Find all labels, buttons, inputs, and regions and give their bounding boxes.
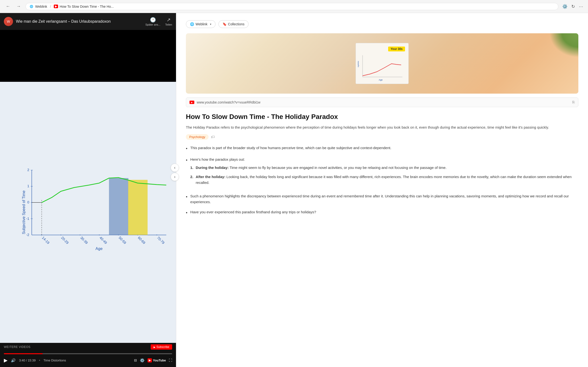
share-button[interactable]: ↗ Teilen xyxy=(165,17,172,26)
thumbnail-chart: Your 30s Speed Age xyxy=(356,43,409,84)
address-bar[interactable]: 🌐 Weblink / ▶ How To Slow Down Time - Th… xyxy=(25,3,558,10)
svg-text:Speed: Speed xyxy=(358,61,359,67)
video-time: 3:40 / 15:39 xyxy=(19,359,36,362)
svg-text:-1: -1 xyxy=(26,217,29,221)
bullet-3: Such a phenomenon highlights the discrep… xyxy=(186,193,578,205)
thumbnail-leaves xyxy=(549,33,578,58)
nav-right-arrow[interactable]: › xyxy=(171,173,179,181)
url-bar: www.youtube.com/watch?v=vuueRRdbi1w ⎘ xyxy=(186,98,578,107)
article-description: The Holiday Paradox refers to the psycho… xyxy=(186,125,578,130)
bullet-1: This paradox is part of the broader stud… xyxy=(186,145,578,152)
browser-nav-controls: ← → xyxy=(4,3,23,10)
weitere-videos-label: WEITERE VIDEOS xyxy=(4,345,30,349)
sub-item-2-body: Looking back, the holiday feels long and… xyxy=(196,175,572,184)
svg-text:Age: Age xyxy=(379,79,383,81)
chevron-down-icon: ▾ xyxy=(210,23,211,26)
fullscreen-button[interactable]: ⛶ xyxy=(169,358,172,362)
bullet-4: Have you ever experienced this paradox f… xyxy=(186,209,578,217)
svg-rect-28 xyxy=(128,180,148,235)
later-button[interactable]: 🕐 Später ans... xyxy=(145,17,160,26)
sub-item-2-num: 2. xyxy=(190,174,193,185)
nav-left-arrow[interactable]: ‹ xyxy=(171,164,179,172)
main-content: W Wie man die Zeit verlangsamt – Das Url… xyxy=(0,13,588,367)
sub-item-1-body: Time might seem to fly by because you ar… xyxy=(230,166,446,170)
later-label: Später ans... xyxy=(145,23,160,26)
svg-text:40-49: 40-49 xyxy=(99,236,108,245)
weblink-button[interactable]: 🌐 Weblink ▾ xyxy=(186,20,216,28)
subtitles-button[interactable]: ⊟ xyxy=(134,358,137,362)
bullet-1-text: This paradox is part of the broader stud… xyxy=(190,145,391,151)
chart-y-label: Subjective Speed of Time xyxy=(22,190,26,234)
svg-text:0: 0 xyxy=(27,200,29,204)
subscribe-button[interactable]: ▶ Subscribe xyxy=(151,344,172,350)
globe-icon: 🌐 xyxy=(190,22,194,26)
svg-text:2: 2 xyxy=(27,168,29,172)
article-thumbnail: Your 30s Speed Age xyxy=(186,33,578,94)
browser-action-buttons: ⚙️ ↻ ⋯ xyxy=(561,3,584,10)
refresh-icon[interactable]: ↻ xyxy=(570,3,576,10)
settings-button[interactable]: ⚙️ xyxy=(140,358,145,363)
address-separator: / xyxy=(50,5,51,8)
more-icon[interactable]: ⋯ xyxy=(578,3,584,10)
progress-bar[interactable] xyxy=(4,353,172,354)
video-player-area[interactable] xyxy=(0,30,176,82)
sub-list: 1. During the holiday: Time might seem t… xyxy=(190,165,578,185)
yt-logo-text: YouTube xyxy=(153,359,166,362)
svg-text:70-79: 70-79 xyxy=(156,236,165,245)
video-controls: WEITERE VIDEOS ▶ Subscribe ▶ 🔊 3:40 / 15… xyxy=(0,343,176,367)
chart-svg: 2 1 0 -1 -2 14-19 20-29 30-39 40-49 50-5… xyxy=(19,87,169,328)
video-panel: W Wie man die Zeit verlangsamt – Das Url… xyxy=(0,13,176,367)
svg-text:1: 1 xyxy=(27,184,29,188)
video-controls-row: ▶ 🔊 3:40 / 15:39 • Time Distortions ⊟ ⚙️… xyxy=(4,357,172,365)
psychology-tag[interactable]: Psychology xyxy=(186,134,209,140)
svg-text:Age: Age xyxy=(96,246,103,251)
tag-icon[interactable]: 🏷 xyxy=(211,135,215,139)
article-url: www.youtube.com/watch?v=vuueRRdbi1w xyxy=(197,100,570,104)
chart-area: Subjective Speed of Time 2 1 0 -1 -2 xyxy=(0,82,176,343)
sub-item-1-num: 1. xyxy=(190,165,193,171)
svg-text:50-59: 50-59 xyxy=(118,236,127,245)
video-right-controls: ⊟ ⚙️ ▶ YouTube ⛶ xyxy=(134,358,172,363)
copy-icon[interactable]: ⎘ xyxy=(572,100,575,104)
panel-nav-arrows: ‹ › xyxy=(171,164,179,181)
bullet-2: Here's how the paradox plays out: 1. Dur… xyxy=(186,157,578,189)
video-series: Time Distortions xyxy=(43,359,66,362)
sub-list-item-2: 2. After the holiday: Looking back, the … xyxy=(190,174,578,185)
svg-text:30-39: 30-39 xyxy=(80,236,89,245)
svg-text:60-69: 60-69 xyxy=(137,236,146,245)
globe-icon: 🌐 xyxy=(30,5,33,8)
content-list: This paradox is part of the broader stud… xyxy=(186,145,578,217)
video-topbar: W Wie man die Zeit verlangsamt – Das Url… xyxy=(0,13,176,30)
progress-fill xyxy=(4,353,43,354)
forward-button[interactable]: → xyxy=(15,3,23,10)
video-action-buttons: 🕐 Später ans... ↗ Teilen xyxy=(145,17,172,26)
share-label: Teilen xyxy=(165,23,172,26)
play-button[interactable]: ▶ xyxy=(4,357,8,363)
sub-item-1-label: During the holiday: xyxy=(196,166,229,170)
article-title: How To Slow Down Time - The Holiday Para… xyxy=(186,112,578,121)
tag-container: Psychology 🏷 xyxy=(186,134,578,140)
bullet-2-intro: Here's how the paradox plays out: xyxy=(190,157,245,161)
back-button[interactable]: ← xyxy=(4,3,12,10)
bullet-3-text: Such a phenomenon highlights the discrep… xyxy=(190,193,578,205)
svg-text:14-19: 14-19 xyxy=(41,236,50,245)
svg-rect-27 xyxy=(109,178,129,235)
tools-icon[interactable]: ⚙️ xyxy=(561,3,568,10)
sub-item-1-text: During the holiday: Time might seem to f… xyxy=(196,165,447,171)
yt-favicon: ▶ xyxy=(54,5,58,8)
bullet-4-text: Have you ever experienced this paradox f… xyxy=(190,209,316,215)
bullet-2-content: Here's how the paradox plays out: 1. Dur… xyxy=(190,157,578,189)
avatar: W xyxy=(4,17,13,26)
volume-button[interactable]: 🔊 xyxy=(11,358,16,363)
top-action-bar: 🌐 Weblink ▾ 🔖 Collections xyxy=(186,20,578,28)
svg-text:20-29: 20-29 xyxy=(60,236,69,245)
sub-item-2-label: After the holiday: xyxy=(196,175,226,179)
share-icon: ↗ xyxy=(167,17,171,23)
weblink-label: Weblink xyxy=(195,22,208,26)
your-30s-label: Your 30s xyxy=(388,47,405,51)
clock-icon: 🕐 xyxy=(150,17,156,23)
collections-button[interactable]: 🔖 Collections xyxy=(218,20,249,28)
collections-label: Collections xyxy=(228,22,244,26)
avatar-initial: W xyxy=(7,20,10,23)
youtube-icon-small xyxy=(189,101,194,104)
